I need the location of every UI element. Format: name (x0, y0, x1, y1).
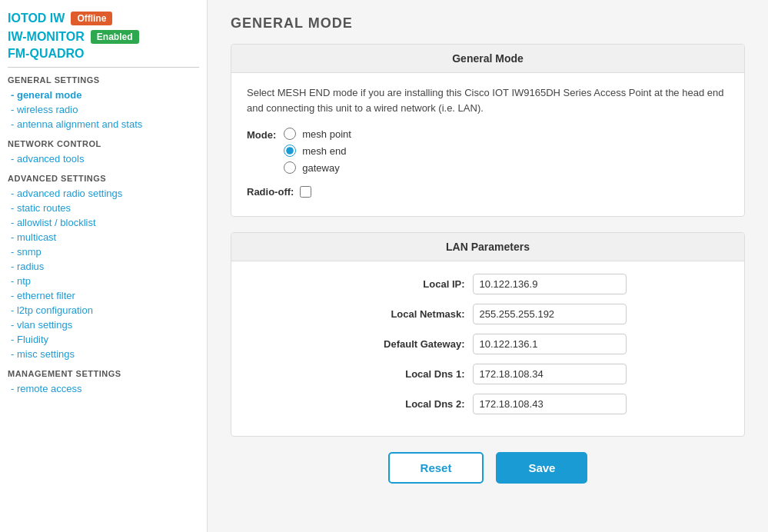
sidebar-item-2-8[interactable]: - l2tp configuration (8, 303, 199, 318)
sidebar-item-2-7[interactable]: - ethernet filter (8, 288, 199, 303)
sidebar-section-label-3: MANAGEMENT SETTINGS (8, 369, 199, 378)
brand-iwmonitor: IW-MONITOR Enabled (8, 30, 199, 44)
radio-gateway[interactable]: gateway (284, 161, 351, 174)
mode-label: Mode: (247, 128, 276, 141)
save-button[interactable]: Save (496, 452, 587, 484)
sidebar-item-2-10[interactable]: - Fluidity (8, 332, 199, 347)
general-mode-header: General Mode (231, 45, 744, 73)
general-mode-card: General Mode Select MESH END mode if you… (231, 44, 745, 217)
lan-row-local-dns-2: Local Dns 2: (247, 394, 729, 414)
lan-label-local-netmask: Local Netmask: (350, 308, 473, 320)
sidebar-item-2-5[interactable]: - radius (8, 259, 199, 274)
lan-label-local-dns-2: Local Dns 2: (350, 398, 473, 410)
sidebar-item-0-0[interactable]: - general mode (8, 88, 199, 102)
sidebar-item-2-11[interactable]: - misc settings (8, 347, 199, 361)
sidebar-item-2-1[interactable]: - static routes (8, 201, 199, 215)
lan-parameters-body: Local IP:Local Netmask:Default Gateway:L… (231, 261, 744, 436)
sidebar-item-0-2[interactable]: - antenna alignment and stats (8, 117, 199, 131)
radio-off-checkbox[interactable] (300, 186, 311, 198)
lan-input-local-dns-1[interactable] (473, 364, 627, 384)
sidebar-section-label-1: NETWORK CONTROL (8, 139, 199, 148)
sidebar-item-2-2[interactable]: - allowlist / blocklist (8, 215, 199, 230)
brand-iwmonitor-title[interactable]: IW-MONITOR (8, 30, 85, 44)
sidebar-section-label-0: GENERAL SETTINGS (8, 75, 199, 85)
sidebar-sections: GENERAL SETTINGS- general mode- wireless… (8, 75, 199, 396)
brand-iotod-title[interactable]: IOTOD IW (8, 12, 65, 25)
radio-off-label: Radio-off: (247, 186, 294, 198)
sidebar: IOTOD IW Offline IW-MONITOR Enabled FM-Q… (0, 0, 208, 532)
page-title: GENERAL MODE (231, 15, 745, 32)
lan-fields: Local IP:Local Netmask:Default Gateway:L… (247, 274, 729, 414)
radio-mesh-end-label: mesh end (302, 145, 346, 157)
sidebar-item-1-0[interactable]: - advanced tools (8, 151, 199, 166)
sidebar-item-0-1[interactable]: - wireless radio (8, 102, 199, 117)
lan-input-default-gateway[interactable] (473, 334, 627, 354)
radio-gateway-input[interactable] (284, 161, 296, 174)
lan-label-local-ip: Local IP: (350, 278, 473, 290)
lan-label-local-dns-1: Local Dns 1: (350, 368, 473, 380)
sidebar-section-label-2: ADVANCED SETTINGS (8, 174, 199, 183)
brand-fmquadro-title[interactable]: FM-QUADRO (8, 47, 85, 61)
general-mode-body: Select MESH END mode if you are installi… (231, 73, 744, 216)
sidebar-item-2-0[interactable]: - advanced radio settings (8, 186, 199, 201)
lan-input-local-ip[interactable] (473, 274, 627, 294)
mode-radio-group: mesh point mesh end gateway (284, 128, 351, 174)
sidebar-item-2-3[interactable]: - multicast (8, 230, 199, 244)
offline-badge: Offline (71, 12, 112, 25)
brand-iotod: IOTOD IW Offline (8, 12, 199, 25)
radio-mesh-point-input[interactable] (284, 128, 296, 140)
sidebar-item-2-6[interactable]: - ntp (8, 274, 199, 288)
radio-off-section: Radio-off: (247, 186, 729, 198)
lan-row-local-ip: Local IP: (247, 274, 729, 294)
lan-parameters-header: LAN Parameters (231, 233, 744, 261)
lan-label-default-gateway: Default Gateway: (350, 338, 473, 350)
sidebar-item-3-0[interactable]: - remote access (8, 381, 199, 396)
lan-input-local-dns-2[interactable] (473, 394, 627, 414)
lan-row-local-dns-1: Local Dns 1: (247, 364, 729, 384)
brand-fmquadro: FM-QUADRO (8, 47, 199, 61)
lan-row-local-netmask: Local Netmask: (247, 304, 729, 324)
button-row: Reset Save (231, 452, 745, 491)
radio-mesh-end[interactable]: mesh end (284, 145, 351, 157)
reset-button[interactable]: Reset (388, 452, 484, 484)
enabled-badge: Enabled (91, 30, 139, 44)
radio-mesh-point-label: mesh point (302, 128, 351, 140)
lan-parameters-card: LAN Parameters Local IP:Local Netmask:De… (231, 232, 745, 437)
mode-section: Mode: mesh point mesh end gateway (247, 128, 729, 174)
general-mode-description: Select MESH END mode if you are installi… (247, 85, 729, 115)
main-content: GENERAL MODE General Mode Select MESH EN… (208, 0, 768, 532)
lan-input-local-netmask[interactable] (473, 304, 627, 324)
radio-mesh-point[interactable]: mesh point (284, 128, 351, 140)
sidebar-item-2-4[interactable]: - snmp (8, 244, 199, 259)
sidebar-divider (8, 67, 199, 68)
lan-row-default-gateway: Default Gateway: (247, 334, 729, 354)
radio-mesh-end-input[interactable] (284, 145, 296, 157)
sidebar-item-2-9[interactable]: - vlan settings (8, 318, 199, 332)
radio-gateway-label: gateway (302, 162, 339, 174)
